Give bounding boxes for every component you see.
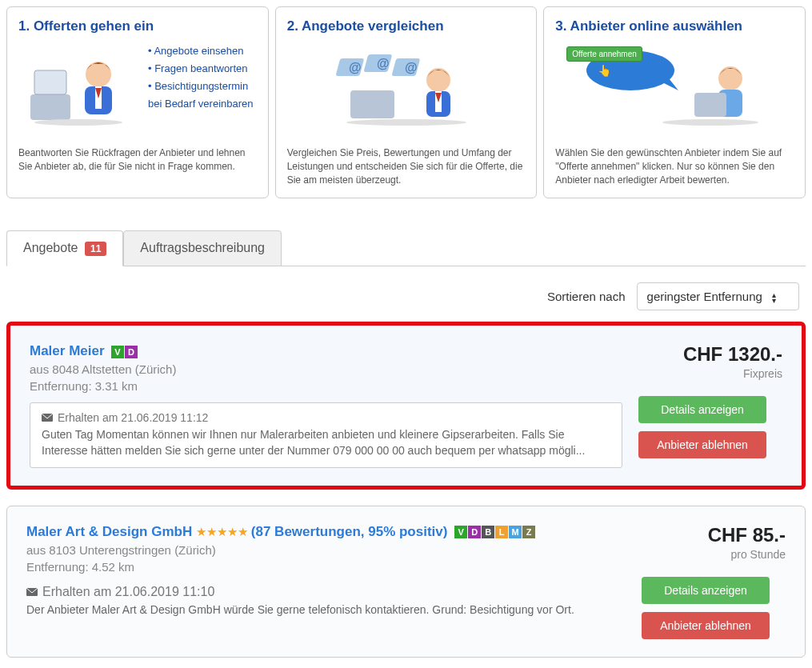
step-title: 2. Angebote vergleichen [287, 18, 526, 34]
rating-stars: ★★★★★ [196, 525, 251, 538]
envelope-icon [26, 588, 38, 596]
tabs: Angebote 11 Auftragsbeschreibung [6, 230, 806, 266]
person-accept-illustration: Offerte annehmen 👆 [582, 42, 766, 130]
offer-price-type: Fixpreis [638, 367, 782, 380]
badge-v: V [111, 346, 124, 358]
svg-text:@: @ [349, 61, 362, 74]
rating-text[interactable]: (87 Bewertungen, 95% positiv) [251, 524, 451, 539]
message-received: Erhalten am 21.06.2019 11:10 [26, 585, 626, 599]
svg-point-2 [86, 62, 111, 87]
badge-m: M [509, 526, 522, 538]
svg-point-16 [346, 119, 466, 126]
envelope-icon [42, 414, 53, 422]
sort-label: Sortieren nach [547, 290, 626, 303]
reject-provider-button[interactable]: Anbieter ablehnen [642, 612, 770, 639]
badge-v: V [454, 526, 467, 538]
tab-offers[interactable]: Angebote 11 [6, 230, 123, 266]
step-2: 2. Angebote vergleichen @ @ @ [275, 6, 538, 198]
badge-d: D [125, 346, 138, 358]
sort-select[interactable]: geringster Entfernung ▴▾ [637, 282, 799, 310]
steps-row: 1. Offerten gehen ein Angebote einsehen … [6, 6, 806, 198]
svg-point-13 [426, 68, 450, 92]
offer-price-type: pro Stunde [642, 548, 786, 561]
accept-offer-bubble-button: Offerte annehmen [566, 46, 642, 62]
step-3: 3. Anbieter online auswählen Offerte ann… [543, 6, 806, 198]
offer-location: aus 8103 Unterengstringen (Zürich) [26, 543, 626, 557]
message-box: Erhalten am 21.06.2019 11:12Guten Tag Mo… [30, 402, 622, 467]
step-title: 1. Offerten gehen ein [18, 18, 257, 34]
provider-badges: VDBLMZ [454, 526, 535, 538]
svg-text:@: @ [377, 57, 390, 70]
svg-point-18 [718, 66, 742, 90]
sort-bar: Sortieren nach geringster Entfernung ▴▾ [6, 282, 806, 310]
svg-rect-0 [30, 94, 70, 120]
message-received: Erhalten am 21.06.2019 11:12 [42, 411, 610, 424]
svg-rect-12 [350, 90, 394, 118]
step-description: Vergleichen Sie Preis, Bewertungen und U… [287, 146, 526, 186]
offer-distance: Entfernung: 4.52 km [26, 560, 626, 574]
reject-provider-button[interactable]: Anbieter ablehnen [638, 431, 766, 458]
offer-price: CHF 1320.- [638, 343, 782, 366]
offer-price: CHF 85.- [642, 524, 786, 546]
svg-rect-20 [694, 93, 726, 117]
person-email-illustration: @ @ @ [326, 42, 486, 130]
offer-provider-name[interactable]: Maler Art & Design GmbH [26, 524, 192, 539]
step-bullets: Angebote einsehen Fragen beantworten Bes… [148, 42, 257, 113]
badge-l: L [495, 526, 508, 538]
svg-point-21 [662, 119, 758, 126]
sort-caret-icon: ▴▾ [772, 292, 776, 303]
offer-card: Maler Art & Design GmbH ★★★★★ (87 Bewert… [6, 506, 806, 658]
badge-b: B [482, 526, 494, 538]
offer-card: Maler Meier VD aus 8048 Altstetten (Züri… [6, 322, 806, 489]
provider-badges: VD [111, 346, 138, 358]
message-body: Guten Tag Momentan können wir Ihnen nur … [42, 427, 610, 458]
details-button[interactable]: Details anzeigen [642, 577, 770, 604]
message-body: Der Anbieter Maler Art & Design GmbH wür… [26, 602, 626, 618]
svg-point-5 [34, 119, 122, 126]
step-description: Wählen Sie den gewünschten Anbieter inde… [555, 146, 794, 186]
svg-text:@: @ [405, 61, 418, 74]
message-plain: Erhalten am 21.06.2019 11:10Der Anbieter… [26, 585, 626, 618]
details-button[interactable]: Details anzeigen [638, 396, 766, 423]
svg-rect-1 [34, 70, 66, 94]
offer-provider-name[interactable]: Maler Meier [30, 343, 105, 358]
step-description: Beantworten Sie Rückfragen der Anbieter … [18, 146, 257, 174]
offer-location: aus 8048 Altstetten (Zürich) [30, 362, 622, 376]
badge-d: D [468, 526, 481, 538]
offer-distance: Entfernung: 3.31 km [30, 379, 622, 393]
offers-count-badge: 11 [85, 242, 106, 256]
badge-z: Z [522, 526, 535, 538]
cursor-icon: 👆 [598, 64, 611, 77]
step-title: 3. Anbieter online auswählen [555, 18, 794, 34]
tab-description[interactable]: Auftragsbeschreibung [123, 230, 282, 266]
person-desk-illustration [18, 42, 138, 130]
step-1: 1. Offerten gehen ein Angebote einsehen … [6, 6, 269, 198]
